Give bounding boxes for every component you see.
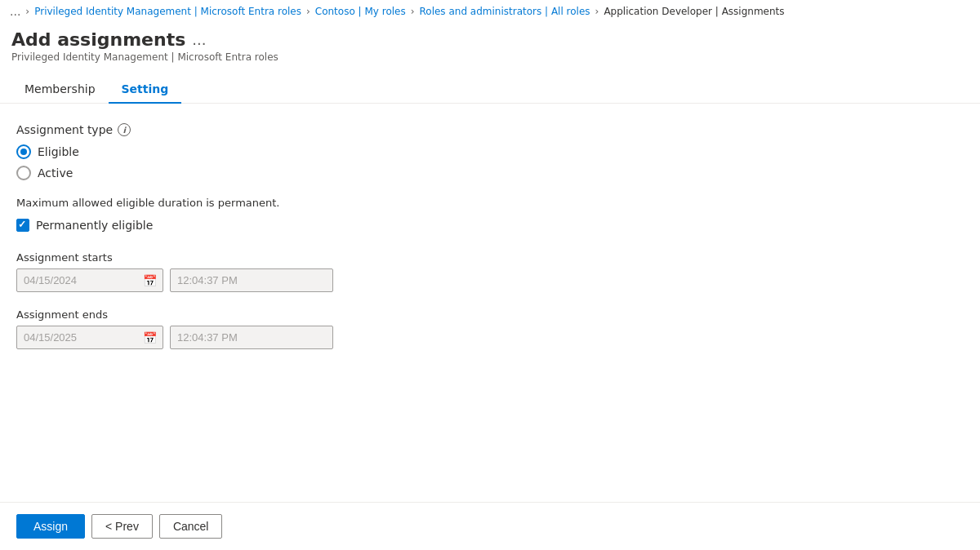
cancel-button[interactable]: Cancel [159, 514, 223, 539]
tab-setting[interactable]: Setting [109, 76, 182, 104]
radio-eligible-input[interactable] [16, 144, 31, 159]
breadcrumb-sep-3: › [594, 6, 601, 17]
assign-button[interactable]: Assign [16, 514, 85, 539]
breadcrumb-sep-0: › [24, 6, 31, 17]
assignment-type-label: Assignment type [16, 123, 113, 136]
radio-eligible[interactable]: Eligible [16, 144, 964, 159]
prev-button[interactable]: < Prev [91, 514, 153, 539]
assignment-type-info-icon[interactable]: i [118, 123, 131, 136]
radio-active[interactable]: Active [16, 166, 964, 180]
assignment-ends-label: Assignment ends [16, 308, 964, 321]
breadcrumb-sep-2: › [409, 6, 416, 17]
breadcrumb-current: Application Developer | Assignments [604, 6, 784, 17]
radio-active-label: Active [38, 166, 73, 180]
assignment-ends-date-wrapper: 📅 [16, 326, 163, 349]
permanently-eligible-label: Permanently eligible [36, 219, 153, 232]
assignment-ends-row: 📅 [16, 326, 964, 349]
breadcrumb-dots[interactable]: ... [10, 5, 20, 18]
assignment-starts-group: Assignment starts 📅 [16, 251, 964, 292]
breadcrumb-sep-1: › [305, 6, 312, 17]
tab-membership[interactable]: Membership [11, 76, 109, 104]
breadcrumb-link-0[interactable]: Privileged Identity Management | Microso… [34, 6, 301, 17]
page-subtitle: Privileged Identity Management | Microso… [11, 51, 969, 63]
assignment-starts-label: Assignment starts [16, 251, 964, 264]
assignment-ends-time-input[interactable] [170, 326, 333, 349]
page-title-more-icon[interactable]: ... [192, 31, 206, 48]
permanently-eligible-checkbox[interactable] [16, 219, 29, 232]
assignment-ends-date-input[interactable] [16, 326, 163, 349]
assignment-type-section: Assignment type i [16, 123, 964, 136]
assignment-starts-date-wrapper: 📅 [16, 268, 163, 292]
breadcrumb-link-1[interactable]: Contoso | My roles [315, 6, 406, 17]
radio-eligible-label: Eligible [38, 145, 79, 158]
footer: Assign < Prev Cancel [0, 502, 980, 550]
permanently-eligible-checkbox-item: Permanently eligible [16, 219, 964, 232]
main-content: Assignment type i Eligible Active Maximu… [0, 104, 980, 502]
breadcrumb-link-2[interactable]: Roles and administrators | All roles [420, 6, 590, 17]
assignment-ends-group: Assignment ends 📅 [16, 308, 964, 349]
assignment-starts-date-input[interactable] [16, 268, 163, 292]
assignment-type-radio-group: Eligible Active [16, 144, 964, 180]
radio-active-input[interactable] [16, 166, 31, 180]
assignment-starts-time-input[interactable] [170, 268, 333, 292]
permanent-info-text: Maximum allowed eligible duration is per… [16, 197, 964, 209]
breadcrumb: ... › Privileged Identity Management | M… [0, 0, 980, 23]
page-title: Add assignments [11, 29, 185, 50]
page-header: Add assignments ... Privileged Identity … [0, 23, 980, 66]
tabs-container: Membership Setting [0, 66, 980, 104]
assignment-starts-row: 📅 [16, 268, 964, 292]
